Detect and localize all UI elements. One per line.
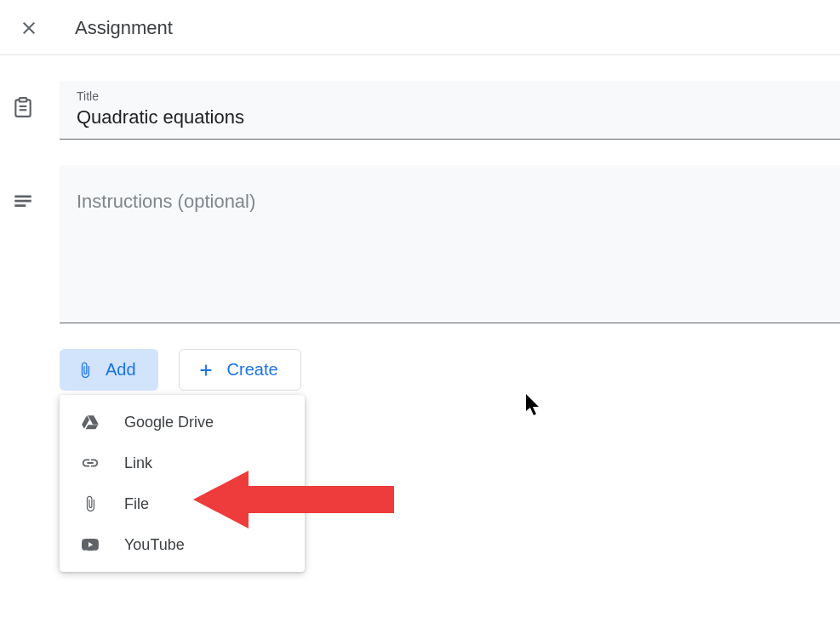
close-icon <box>19 18 39 38</box>
title-row: Title <box>12 81 840 140</box>
add-button[interactable]: Add <box>60 349 158 391</box>
link-icon <box>80 453 100 473</box>
title-label: Title <box>77 89 823 103</box>
title-field[interactable]: Title <box>60 81 840 140</box>
menu-item-link[interactable]: Link <box>60 443 305 483</box>
instructions-field[interactable] <box>60 165 840 323</box>
description-icon <box>12 191 34 213</box>
instructions-input[interactable] <box>77 191 823 279</box>
add-button-label: Add <box>106 360 136 380</box>
plus-icon <box>197 361 215 380</box>
menu-item-label: YouTube <box>124 536 185 554</box>
menu-item-label: File <box>124 495 149 513</box>
close-button[interactable] <box>19 18 39 38</box>
menu-item-label: Link <box>124 454 152 472</box>
annotation-cursor <box>526 394 543 416</box>
instructions-row <box>12 165 840 323</box>
attachment-icon <box>77 361 94 380</box>
header: Assignment <box>0 0 840 55</box>
drive-icon <box>80 412 100 432</box>
menu-item-file[interactable]: File <box>60 483 305 524</box>
add-dropdown-menu: Google Drive Link File YouTube <box>60 395 305 572</box>
main-form: Title Add Create Google Drive <box>0 55 840 391</box>
svg-rect-0 <box>20 98 27 101</box>
file-icon <box>80 494 100 514</box>
assignment-icon <box>12 96 34 118</box>
youtube-icon <box>80 534 100 555</box>
title-input[interactable] <box>77 106 823 129</box>
attachment-buttons: Add Create Google Drive Link <box>60 349 840 391</box>
page-title: Assignment <box>75 17 173 39</box>
menu-item-youtube[interactable]: YouTube <box>60 524 305 565</box>
menu-item-google-drive[interactable]: Google Drive <box>60 402 305 443</box>
create-button-label: Create <box>227 360 278 380</box>
create-button[interactable]: Create <box>179 349 301 391</box>
menu-item-label: Google Drive <box>124 414 214 431</box>
